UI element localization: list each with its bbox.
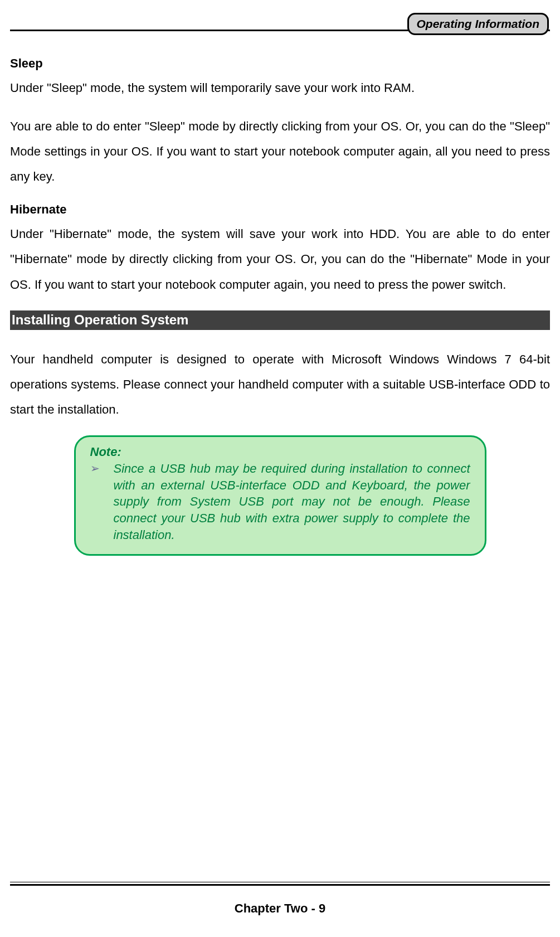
page-footer: Chapter Two - 9 [10, 882, 550, 916]
installing-banner: Installing Operation System [10, 310, 550, 330]
footer-rule-top [10, 882, 550, 886]
sleep-paragraph-1: Under "Sleep" mode, the system will temp… [10, 75, 550, 100]
note-text: Since a USB hub may be required during i… [114, 460, 470, 543]
sleep-paragraph-2: You are able to do enter "Sleep" mode by… [10, 114, 550, 189]
hibernate-heading: Hibernate [10, 202, 550, 217]
sleep-heading: Sleep [10, 56, 550, 71]
page-header: Operating Information [10, 13, 550, 44]
installing-paragraph-1: Your handheld computer is designed to op… [10, 347, 550, 422]
page-content: Sleep Under "Sleep" mode, the system wil… [10, 44, 550, 556]
footer-rule-bottom [10, 884, 550, 886]
note-box: Note: ➢ Since a USB hub may be required … [74, 435, 486, 556]
note-item: ➢ Since a USB hub may be required during… [90, 460, 470, 543]
arrow-icon: ➢ [90, 460, 114, 475]
hibernate-paragraph-1: Under "Hibernate" mode, the system will … [10, 221, 550, 297]
note-label: Note: [90, 445, 470, 459]
footer-page-number: Chapter Two - 9 [10, 901, 550, 916]
header-badge: Operating Information [407, 13, 549, 35]
